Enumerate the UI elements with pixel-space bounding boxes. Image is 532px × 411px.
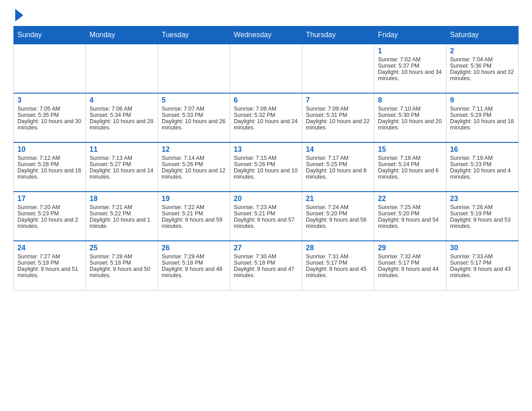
daylight-text: Daylight: 10 hours and 22 minutes. [306,118,370,131]
sunset-text: Sunset: 5:17 PM [378,260,442,266]
calendar-day-cell: 7Sunrise: 7:09 AMSunset: 5:31 PMDaylight… [302,93,374,142]
sunrise-text: Sunrise: 7:30 AM [234,253,298,260]
sunrise-text: Sunrise: 7:20 AM [17,204,82,210]
daylight-text: Daylight: 9 hours and 56 minutes. [306,217,370,229]
day-number: 18 [90,195,154,203]
day-number: 4 [90,96,154,104]
daylight-text: Daylight: 10 hours and 4 minutes. [450,167,515,180]
day-number: 29 [378,244,442,252]
day-number: 2 [450,47,515,55]
calendar-day-cell: 6Sunrise: 7:08 AMSunset: 5:32 PMDaylight… [230,93,302,142]
daylight-text: Daylight: 10 hours and 30 minutes. [17,118,82,131]
daylight-text: Daylight: 10 hours and 1 minute. [90,217,154,229]
sunset-text: Sunset: 5:36 PM [450,63,515,69]
daylight-text: Daylight: 10 hours and 24 minutes. [234,118,298,131]
daylight-text: Daylight: 9 hours and 48 minutes. [162,266,226,278]
calendar-day-cell: 25Sunrise: 7:28 AMSunset: 5:18 PMDayligh… [86,241,158,290]
sunrise-text: Sunrise: 7:02 AM [378,56,442,63]
day-number: 9 [450,96,515,104]
calendar-day-cell: 12Sunrise: 7:14 AMSunset: 5:26 PMDayligh… [158,142,230,192]
calendar-day-cell: 1Sunrise: 7:02 AMSunset: 5:37 PMDaylight… [374,44,446,93]
calendar-header-friday: Friday [374,26,446,44]
sunrise-text: Sunrise: 7:23 AM [234,204,298,210]
calendar-header-saturday: Saturday [446,26,519,44]
calendar-week-row: 17Sunrise: 7:20 AMSunset: 5:23 PMDayligh… [14,192,519,241]
day-number: 30 [450,244,515,252]
sunset-text: Sunset: 5:31 PM [306,112,370,118]
sunset-text: Sunset: 5:23 PM [450,161,515,167]
sunset-text: Sunset: 5:26 PM [234,161,298,167]
day-number: 15 [378,146,442,154]
day-number: 20 [234,195,298,203]
daylight-text: Daylight: 10 hours and 28 minutes. [90,118,154,131]
sunset-text: Sunset: 5:28 PM [17,161,82,167]
calendar-day-cell: 23Sunrise: 7:26 AMSunset: 5:19 PMDayligh… [446,192,519,241]
daylight-text: Daylight: 9 hours and 43 minutes. [450,266,515,278]
daylight-text: Daylight: 9 hours and 47 minutes. [234,266,298,278]
daylight-text: Daylight: 10 hours and 2 minutes. [17,217,82,229]
sunrise-text: Sunrise: 7:29 AM [162,253,226,260]
calendar-week-row: 1Sunrise: 7:02 AMSunset: 5:37 PMDaylight… [14,44,519,93]
sunset-text: Sunset: 5:35 PM [17,112,82,118]
calendar-day-cell: 16Sunrise: 7:19 AMSunset: 5:23 PMDayligh… [446,142,519,192]
calendar-day-cell: 11Sunrise: 7:13 AMSunset: 5:27 PMDayligh… [86,142,158,192]
day-number: 13 [234,146,298,154]
sunrise-text: Sunrise: 7:06 AM [90,106,154,112]
calendar-header-sunday: Sunday [14,26,86,44]
calendar-day-cell: 9Sunrise: 7:11 AMSunset: 5:29 PMDaylight… [446,93,519,142]
calendar-day-cell: 19Sunrise: 7:22 AMSunset: 5:21 PMDayligh… [158,192,230,241]
sunset-text: Sunset: 5:19 PM [17,260,82,266]
calendar-day-cell [158,44,230,93]
daylight-text: Daylight: 9 hours and 53 minutes. [450,217,515,229]
sunrise-text: Sunrise: 7:26 AM [450,204,515,210]
calendar-day-cell [14,44,86,93]
daylight-text: Daylight: 9 hours and 57 minutes. [234,217,298,229]
daylight-text: Daylight: 9 hours and 50 minutes. [90,266,154,278]
sunrise-text: Sunrise: 7:33 AM [450,253,515,260]
calendar-day-cell [86,44,158,93]
page-header [13,9,519,21]
sunrise-text: Sunrise: 7:17 AM [306,155,370,161]
day-number: 8 [378,96,442,104]
sunrise-text: Sunrise: 7:32 AM [378,253,442,260]
daylight-text: Daylight: 10 hours and 8 minutes. [306,167,370,180]
calendar-day-cell [230,44,302,93]
calendar-day-cell: 29Sunrise: 7:32 AMSunset: 5:17 PMDayligh… [374,241,446,290]
day-number: 28 [306,244,370,252]
day-number: 17 [17,195,82,203]
sunset-text: Sunset: 5:20 PM [378,210,442,217]
sunrise-text: Sunrise: 7:24 AM [306,204,370,210]
logo-arrow-icon [15,9,23,21]
daylight-text: Daylight: 10 hours and 32 minutes. [450,69,515,81]
sunrise-text: Sunrise: 7:25 AM [378,204,442,210]
calendar-day-cell: 10Sunrise: 7:12 AMSunset: 5:28 PMDayligh… [14,142,86,192]
sunset-text: Sunset: 5:18 PM [90,260,154,266]
daylight-text: Daylight: 10 hours and 12 minutes. [162,167,226,180]
calendar-week-row: 24Sunrise: 7:27 AMSunset: 5:19 PMDayligh… [14,241,519,290]
sunrise-text: Sunrise: 7:12 AM [17,155,82,161]
sunrise-text: Sunrise: 7:09 AM [306,106,370,112]
daylight-text: Daylight: 10 hours and 34 minutes. [378,69,442,81]
day-number: 16 [450,146,515,154]
calendar-day-cell: 26Sunrise: 7:29 AMSunset: 5:18 PMDayligh… [158,241,230,290]
calendar-day-cell: 8Sunrise: 7:10 AMSunset: 5:30 PMDaylight… [374,93,446,142]
calendar-week-row: 10Sunrise: 7:12 AMSunset: 5:28 PMDayligh… [14,142,519,192]
sunset-text: Sunset: 5:21 PM [162,210,226,217]
day-number: 10 [17,146,82,154]
sunrise-text: Sunrise: 7:21 AM [90,204,154,210]
sunset-text: Sunset: 5:24 PM [378,161,442,167]
calendar-table: SundayMondayTuesdayWednesdayThursdayFrid… [13,26,519,291]
sunset-text: Sunset: 5:29 PM [450,112,515,118]
sunset-text: Sunset: 5:32 PM [234,112,298,118]
calendar-day-cell: 4Sunrise: 7:06 AMSunset: 5:34 PMDaylight… [86,93,158,142]
calendar-day-cell [302,44,374,93]
day-number: 11 [90,146,154,154]
day-number: 26 [162,244,226,252]
day-number: 19 [162,195,226,203]
sunset-text: Sunset: 5:20 PM [306,210,370,217]
sunset-text: Sunset: 5:26 PM [162,161,226,167]
calendar-day-cell: 21Sunrise: 7:24 AMSunset: 5:20 PMDayligh… [302,192,374,241]
calendar-day-cell: 20Sunrise: 7:23 AMSunset: 5:21 PMDayligh… [230,192,302,241]
sunrise-text: Sunrise: 7:15 AM [234,155,298,161]
day-number: 21 [306,195,370,203]
